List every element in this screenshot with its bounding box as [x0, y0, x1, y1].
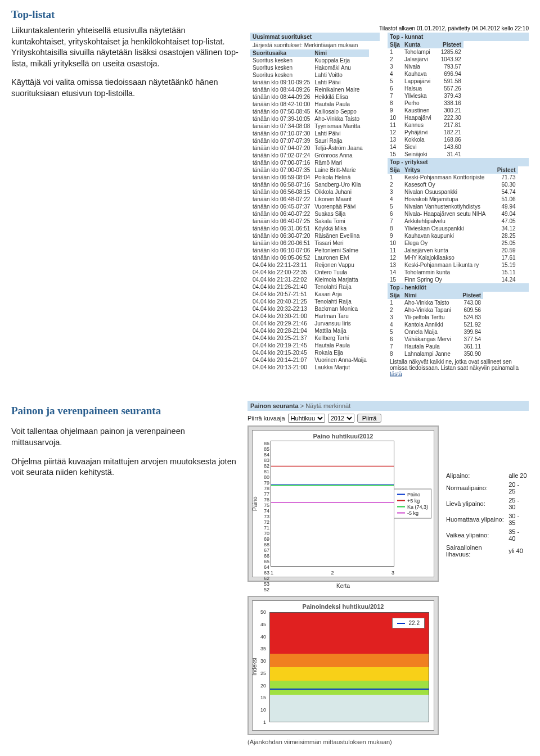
list-item: 7Ylivieska379.43: [388, 92, 464, 99]
latest-row: tänään klo 06:58-07:16Sandberg-Uro Kiia: [250, 181, 369, 188]
weight-xlabel: Kerta: [248, 582, 439, 590]
bmi-legend-row: Sairaalloinen lihavuus:yli 40: [446, 544, 528, 558]
latest-table: Suoritusaika Nimi Suoritus keskenKuoppal…: [250, 49, 369, 371]
latest-row: tänään klo 06:10-07:06Peltoniemi Salme: [250, 247, 369, 254]
latest-row: Suoritus keskenLahti Voitto: [250, 71, 369, 79]
latest-row: tänään klo 08:44-09:26Reinikainen Maire: [250, 86, 369, 93]
list-item: 1Keski-Pohjanmaan Konttoripiste71.73: [388, 174, 518, 181]
section2-title: Painon ja verenpaineen seuranta: [11, 404, 236, 418]
latest-row: Suoritus keskenKuoppala Erja: [250, 57, 369, 64]
top-yritykset-title: Top - yritykset: [388, 158, 529, 166]
top-henkilot-title: Top - henkilöt: [388, 283, 529, 292]
list-item: 12MHY Kalajokilaakso17.61: [388, 254, 518, 261]
top-henkilot-footer: Listalla näkyvät kaikki ne, jotka ovat s…: [388, 357, 529, 378]
top-kunnat-title: Top - kunnat: [388, 33, 529, 41]
list-item: 7Hautala Paula361.11: [388, 343, 483, 350]
latest-row: tänään klo 06:20-06:51Tissari Meri: [250, 239, 369, 247]
bmi-legend-row: Alipaino:alle 20: [446, 472, 528, 479]
top-kunnat-table: SijaKuntaPisteet1Toholampi1285.622Jalasj…: [388, 41, 464, 158]
latest-col1: Suoritusaika: [250, 49, 312, 57]
list-item: 5Nivalan Vanhustenkotiyhdistys49.94: [388, 203, 518, 210]
latest-row: tänään klo 06:59-08:04Poikola Helinä: [250, 174, 369, 181]
latest-row: 04.04 klo 20:30-21:00Hartman Taru: [250, 313, 369, 320]
latest-row: tänään klo 08:42-10:00Hautala Paula: [250, 101, 369, 108]
bmi-legend-row: Huomattava ylipaino:30 - 35: [446, 512, 528, 527]
weight-ylabel: Paino: [252, 496, 258, 511]
latest-row: tänään klo 06:30-07:20Räisänen Eveliina: [250, 232, 369, 239]
section1-p1: Liikuntakalenterin yhteisellä etusivulla…: [11, 25, 242, 69]
latest-row: 04.04 klo 21:31-22:02Kleimola Marjatta: [250, 276, 369, 283]
draw-button[interactable]: Piirrä: [357, 414, 382, 423]
latest-row: tänään klo 06:48-07:22Likonen Maarit: [250, 196, 369, 203]
list-item: 6Nivala- Haapajärven seutu NIHA49.04: [388, 210, 518, 218]
latest-row: tänään klo 09:10-09:25Lahti Päivi: [250, 79, 369, 86]
list-item: 6Halsua557.26: [388, 85, 464, 92]
weight-xlabels: 123: [271, 570, 394, 576]
section1-p2: Käyttäjä voi valita omissa tiedoissaan n…: [11, 77, 242, 99]
section1-title: Top-listat: [11, 8, 529, 21]
list-item: 8Lahnalampi Janne350.90: [388, 350, 483, 357]
list-item: 5Lappajärvi591.58: [388, 78, 464, 85]
section2-p2: Ohjelma piirtää kuvaajan mitattujen arvo…: [11, 456, 236, 478]
latest-row: tänään klo 07:00-07:16Rämö Mari: [250, 159, 369, 166]
list-item: 3Yli-peltola Terttu524.83: [388, 314, 483, 321]
latest-row: tänään klo 07:34-08:08Tyynismaa Maritta: [250, 123, 369, 130]
list-item: 4Kantola Annikki521.92: [388, 321, 483, 328]
list-item: 11Jalasjärven kunta20.59: [388, 247, 518, 254]
list-item: 4Hoivakoti Mirjamitupa51.06: [388, 196, 518, 203]
list-item: 2Aho-Vinkka Tapani609.56: [388, 306, 483, 314]
bmi-current-legend: 22.2: [392, 618, 425, 628]
latest-row: tänään klo 08:44-09:26Heikkilä Elisa: [250, 93, 369, 101]
list-item: 8Ylivieskan Osuuspankki34.12: [388, 225, 518, 232]
latest-row: 04.04 klo 20:32-22:13Backman Monica: [250, 305, 369, 313]
year-select[interactable]: 2012: [328, 414, 354, 423]
latest-col2: Nimi: [312, 49, 368, 57]
list-item: 2Kasesoft Oy60.30: [388, 181, 518, 188]
draw-label: Piirrä kuvaaja: [248, 415, 285, 422]
list-item: 9Kaustinen300.21: [388, 107, 464, 114]
list-item: 15Seinäjoki31.41: [388, 151, 464, 158]
list-item: 10Elega Oy25.05: [388, 239, 518, 247]
list-item: 12Pyhäjärvi182.21: [388, 129, 464, 136]
bmi-caption: (Ajankohdan viimeisimmän mittaustuloksen…: [248, 739, 439, 745]
top-yritykset-table: SijaYritysPisteet1Keski-Pohjanmaan Kontt…: [388, 166, 518, 283]
top-henkilot-footer-link[interactable]: tästä: [390, 371, 402, 377]
sort-link[interactable]: Merkintäajan mukaan: [304, 42, 358, 48]
list-item: 11Kannus217.81: [388, 121, 464, 129]
latest-row: tänään klo 07:02-07:24Grönroos Anna: [250, 152, 369, 159]
latest-row: 04.04 klo 21:26-21:40Tenolahti Raija: [250, 283, 369, 291]
latest-row: tänään klo 07:50-08:45Kalliosalo Seppo: [250, 108, 369, 115]
data-header: Tilastot alkaen 01.01.2012, päivitetty 0…: [250, 25, 529, 31]
list-item: 3Nivalan Osuuspankki54.74: [388, 188, 518, 196]
list-item: 14Sievi143.60: [388, 143, 464, 151]
list-item: 3Nivala793.57: [388, 63, 464, 70]
latest-title: Uusimmat suoritukset: [250, 33, 380, 41]
latest-row: 04.04 klo 20:25-21:37Kellberg Terhi: [250, 334, 369, 342]
list-item: 10Haapajärvi222.30: [388, 114, 464, 121]
weight-chart-title: Paino huhtikuu/2012: [313, 433, 374, 440]
bmi-legend-row: Lievä ylipaino:25 - 30: [446, 496, 528, 511]
latest-row: tänään klo 07:10-07:30Lahti Päivi: [250, 130, 369, 137]
latest-row: Suoritus keskenHakomäki Anu: [250, 64, 369, 71]
latest-row: tänään klo 07:39-10:05Aho-Vinkka Taisto: [250, 115, 369, 123]
list-item: 1Toholampi1285.62: [388, 48, 464, 56]
latest-row: tänään klo 06:45-07:37Vuorenpää Päivi: [250, 203, 369, 210]
month-select[interactable]: Huhtikuu: [288, 414, 325, 423]
weight-legend: Paino+5 kgKa (74,3)-5 kg: [394, 489, 431, 519]
latest-row: 04.04 klo 20:15-20:45Rokala Eija: [250, 349, 369, 356]
list-item: 4Kauhava696.94: [388, 70, 464, 78]
list-item: 8Perho338.16: [388, 99, 464, 107]
latest-row: 04.04 klo 20:29-21:46Jurvansuu Iiris: [250, 320, 369, 327]
list-item: 9Kauhavan kaupunki28.25: [388, 232, 518, 239]
bmi-legend-row: Normaalipaino:20 - 25: [446, 481, 528, 495]
list-item: 5Onnela Maija399.84: [388, 328, 483, 336]
latest-row: tänään klo 06:31-06:51Köykkä Mika: [250, 225, 369, 232]
list-item: 13Kokkola168.86: [388, 136, 464, 143]
list-item: 7Arkkitehtipalvelu47.05: [388, 218, 518, 225]
latest-row: 04.04 klo 20:40-21:25Tenolahti Raija: [250, 298, 369, 305]
latest-row: tänään klo 07:00-07:35Laine Britt-Marie: [250, 166, 369, 174]
latest-row: 04.04 klo 20:28-21:04Mattila Maija: [250, 327, 369, 334]
list-item: 6Vähäkangas Mervi377.54: [388, 336, 483, 343]
bmi-legend-table: Alipaino:alle 20Normaalipaino:20 - 25Lie…: [444, 470, 529, 559]
top-henkilot-table: SijaNimiPisteet1Aho-Vinkka Taisto743.082…: [388, 292, 483, 357]
